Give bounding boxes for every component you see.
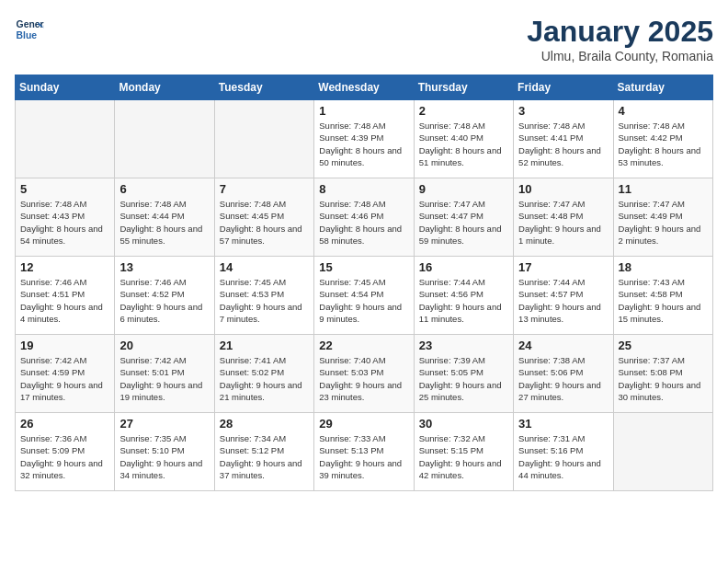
calendar-cell [214,100,313,178]
day-number: 7 [220,182,309,196]
day-info: Sunrise: 7:41 AMSunset: 5:02 PMDaylight:… [220,354,309,403]
calendar-cell: 19 Sunrise: 7:42 AMSunset: 4:59 PMDaylig… [16,335,115,413]
day-number: 21 [220,339,309,352]
day-number: 10 [518,182,608,196]
day-number: 28 [220,417,309,431]
calendar-cell [16,100,115,178]
day-info: Sunrise: 7:31 AMSunset: 5:16 PMDaylight:… [518,432,608,481]
day-info: Sunrise: 7:40 AMSunset: 5:03 PMDaylight:… [319,354,408,403]
day-number: 19 [20,339,109,352]
calendar-cell: 10 Sunrise: 7:47 AMSunset: 4:48 PMDaylig… [514,178,613,257]
day-number: 9 [419,182,508,196]
calendar-cell: 21 Sunrise: 7:41 AMSunset: 5:02 PMDaylig… [214,335,313,413]
weekday-header-saturday: Saturday [613,75,712,100]
day-info: Sunrise: 7:39 AMSunset: 5:05 PMDaylight:… [419,354,508,403]
day-info: Sunrise: 7:48 AMSunset: 4:42 PMDaylight:… [619,120,708,168]
day-number: 31 [518,417,608,431]
calendar-table: SundayMondayTuesdayWednesdayThursdayFrid… [15,75,713,491]
calendar-cell: 26 Sunrise: 7:36 AMSunset: 5:09 PMDaylig… [16,413,115,491]
day-info: Sunrise: 7:45 AMSunset: 4:54 PMDaylight:… [319,276,408,325]
day-info: Sunrise: 7:43 AMSunset: 4:58 PMDaylight:… [619,276,708,325]
day-number: 27 [119,417,209,431]
calendar-cell: 18 Sunrise: 7:43 AMSunset: 4:58 PMDaylig… [613,257,712,335]
day-info: Sunrise: 7:48 AMSunset: 4:45 PMDaylight:… [220,198,309,247]
day-number: 25 [619,339,708,352]
calendar-cell: 22 Sunrise: 7:40 AMSunset: 5:03 PMDaylig… [314,335,414,413]
day-info: Sunrise: 7:37 AMSunset: 5:08 PMDaylight:… [619,354,708,403]
calendar-cell: 9 Sunrise: 7:47 AMSunset: 4:47 PMDayligh… [414,178,513,257]
day-info: Sunrise: 7:48 AMSunset: 4:43 PMDaylight:… [20,198,109,247]
day-number: 24 [518,339,608,352]
day-number: 23 [419,339,508,352]
calendar-cell: 30 Sunrise: 7:32 AMSunset: 5:15 PMDaylig… [414,413,513,491]
weekday-header-monday: Monday [115,75,214,100]
page-header: General Blue January 2025 Ulmu, Braila C… [15,15,713,63]
calendar-week-5: 26 Sunrise: 7:36 AMSunset: 5:09 PMDaylig… [16,413,713,491]
calendar-cell: 23 Sunrise: 7:39 AMSunset: 5:05 PMDaylig… [414,335,513,413]
svg-text:Blue: Blue [17,30,38,40]
day-number: 3 [518,104,608,118]
month-title: January 2025 [527,15,713,49]
day-info: Sunrise: 7:42 AMSunset: 4:59 PMDaylight:… [20,354,109,403]
day-number: 22 [319,339,408,352]
calendar-cell: 29 Sunrise: 7:33 AMSunset: 5:13 PMDaylig… [314,413,414,491]
day-info: Sunrise: 7:42 AMSunset: 5:01 PMDaylight:… [119,354,209,403]
calendar-cell: 2 Sunrise: 7:48 AMSunset: 4:40 PMDayligh… [414,100,513,178]
day-number: 18 [619,260,708,274]
calendar-cell: 28 Sunrise: 7:34 AMSunset: 5:12 PMDaylig… [214,413,313,491]
weekday-header-friday: Friday [514,75,613,100]
day-number: 8 [319,182,408,196]
day-number: 17 [518,260,608,274]
calendar-cell: 1 Sunrise: 7:48 AMSunset: 4:39 PMDayligh… [314,100,414,178]
day-number: 29 [319,417,408,431]
location: Ulmu, Braila County, Romania [527,49,713,63]
day-info: Sunrise: 7:38 AMSunset: 5:06 PMDaylight:… [518,354,608,403]
calendar-cell: 6 Sunrise: 7:48 AMSunset: 4:44 PMDayligh… [115,178,214,257]
day-info: Sunrise: 7:35 AMSunset: 5:10 PMDaylight:… [119,432,209,481]
day-info: Sunrise: 7:47 AMSunset: 4:49 PMDaylight:… [619,198,708,247]
weekday-header-sunday: Sunday [16,75,115,100]
day-info: Sunrise: 7:33 AMSunset: 5:13 PMDaylight:… [319,432,408,481]
calendar-cell: 15 Sunrise: 7:45 AMSunset: 4:54 PMDaylig… [314,257,414,335]
calendar-cell: 16 Sunrise: 7:44 AMSunset: 4:56 PMDaylig… [414,257,513,335]
logo-icon: General Blue [15,15,44,44]
day-number: 13 [119,260,209,274]
day-info: Sunrise: 7:32 AMSunset: 5:15 PMDaylight:… [419,432,508,481]
calendar-cell: 5 Sunrise: 7:48 AMSunset: 4:43 PMDayligh… [16,178,115,257]
calendar-week-2: 5 Sunrise: 7:48 AMSunset: 4:43 PMDayligh… [16,178,713,257]
day-info: Sunrise: 7:36 AMSunset: 5:09 PMDaylight:… [20,432,109,481]
day-number: 1 [319,104,408,118]
day-info: Sunrise: 7:46 AMSunset: 4:51 PMDaylight:… [20,276,109,325]
title-block: January 2025 Ulmu, Braila County, Romani… [527,15,713,63]
day-info: Sunrise: 7:47 AMSunset: 4:47 PMDaylight:… [419,198,508,247]
day-number: 30 [419,417,508,431]
calendar-cell: 14 Sunrise: 7:45 AMSunset: 4:53 PMDaylig… [214,257,313,335]
day-number: 26 [20,417,109,431]
calendar-cell [115,100,214,178]
day-number: 2 [419,104,508,118]
calendar-week-1: 1 Sunrise: 7:48 AMSunset: 4:39 PMDayligh… [16,100,713,178]
calendar-cell: 8 Sunrise: 7:48 AMSunset: 4:46 PMDayligh… [314,178,414,257]
calendar-cell: 17 Sunrise: 7:44 AMSunset: 4:57 PMDaylig… [514,257,613,335]
weekday-header-tuesday: Tuesday [214,75,313,100]
calendar-week-4: 19 Sunrise: 7:42 AMSunset: 4:59 PMDaylig… [16,335,713,413]
day-info: Sunrise: 7:44 AMSunset: 4:57 PMDaylight:… [518,276,608,325]
day-info: Sunrise: 7:45 AMSunset: 4:53 PMDaylight:… [220,276,309,325]
day-info: Sunrise: 7:48 AMSunset: 4:44 PMDaylight:… [119,198,209,247]
day-info: Sunrise: 7:46 AMSunset: 4:52 PMDaylight:… [119,276,209,325]
day-info: Sunrise: 7:34 AMSunset: 5:12 PMDaylight:… [220,432,309,481]
day-number: 5 [20,182,109,196]
calendar-cell: 13 Sunrise: 7:46 AMSunset: 4:52 PMDaylig… [115,257,214,335]
logo: General Blue [15,15,44,44]
calendar-cell: 27 Sunrise: 7:35 AMSunset: 5:10 PMDaylig… [115,413,214,491]
calendar-week-3: 12 Sunrise: 7:46 AMSunset: 4:51 PMDaylig… [16,257,713,335]
day-number: 14 [220,260,309,274]
weekday-header-row: SundayMondayTuesdayWednesdayThursdayFrid… [16,75,713,100]
calendar-cell [613,413,712,491]
calendar-cell: 3 Sunrise: 7:48 AMSunset: 4:41 PMDayligh… [514,100,613,178]
calendar-cell: 4 Sunrise: 7:48 AMSunset: 4:42 PMDayligh… [613,100,712,178]
weekday-header-wednesday: Wednesday [314,75,414,100]
day-number: 20 [119,339,209,352]
day-number: 16 [419,260,508,274]
calendar-cell: 24 Sunrise: 7:38 AMSunset: 5:06 PMDaylig… [514,335,613,413]
